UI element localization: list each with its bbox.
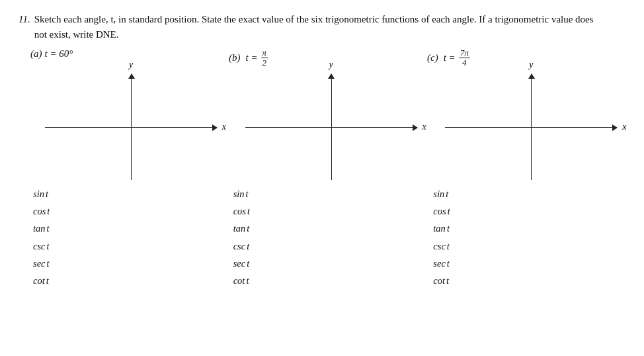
instruction-text: Sketch each angle, t, in standard positi… bbox=[34, 12, 603, 43]
y-axis-a bbox=[131, 74, 132, 180]
x-arrow-b bbox=[413, 124, 418, 131]
trig-csc-b: csc t bbox=[233, 239, 250, 254]
trig-functions-c: sin t cos t tan t csc t sec t cot t bbox=[433, 187, 450, 289]
trig-sec-b: sec t bbox=[233, 256, 250, 271]
part-b-denom: 2 bbox=[261, 58, 268, 67]
trig-csc-c: csc t bbox=[433, 239, 450, 254]
trig-cot-c: cot t bbox=[433, 273, 450, 289]
y-label-a: y bbox=[129, 60, 133, 70]
graph-b: x y bbox=[245, 74, 417, 180]
part-b-fraction: π 2 bbox=[261, 48, 268, 68]
trig-tan-c: tan t bbox=[433, 221, 450, 236]
part-c-denom: 4 bbox=[461, 58, 468, 67]
x-label-a: x bbox=[222, 122, 226, 132]
graph-section-a: x y sin t cos t tan t csc t sec t cot t bbox=[25, 74, 225, 289]
trig-sin-b: sin t bbox=[233, 187, 250, 202]
part-c-equation-prefix: t = bbox=[444, 52, 456, 64]
y-axis-b bbox=[331, 74, 332, 180]
part-a-label: (a) bbox=[30, 48, 42, 60]
graph-section-b: x y sin t cos t tan t csc t sec t cot t bbox=[225, 74, 426, 289]
trig-functions-b: sin t cos t tan t csc t sec t cot t bbox=[233, 187, 250, 289]
trig-cos-a: cos t bbox=[33, 204, 50, 219]
part-a-header: (a) t = 60° bbox=[30, 48, 229, 60]
part-b-header: (b) t = π 2 bbox=[229, 48, 427, 68]
y-arrow-c bbox=[528, 73, 535, 79]
y-label-b: y bbox=[329, 60, 333, 70]
x-arrow-c bbox=[612, 124, 618, 131]
part-b-numer: π bbox=[261, 48, 268, 58]
part-c-numer: 7π bbox=[459, 48, 470, 58]
y-label-c: y bbox=[529, 60, 533, 70]
trig-functions-a: sin t cos t tan t csc t sec t cot t bbox=[33, 187, 50, 289]
y-axis-c bbox=[531, 74, 532, 180]
trig-cot-a: cot t bbox=[33, 273, 50, 289]
graph-c: x y bbox=[445, 74, 617, 180]
trig-tan-b: tan t bbox=[233, 221, 250, 236]
trig-cot-b: cot t bbox=[233, 273, 250, 289]
problem-number: 11. bbox=[19, 12, 30, 43]
y-arrow-a bbox=[128, 73, 135, 79]
trig-sin-a: sin t bbox=[33, 187, 50, 202]
trig-sin-c: sin t bbox=[433, 187, 450, 202]
graph-section-c: x y sin t cos t tan t csc t sec t cot t bbox=[425, 74, 625, 289]
part-a-equation: t = 60° bbox=[45, 48, 73, 60]
x-label-c: x bbox=[622, 122, 626, 132]
trig-csc-a: csc t bbox=[33, 239, 50, 254]
graphs-row: x y sin t cos t tan t csc t sec t cot t … bbox=[25, 74, 625, 289]
part-b-label: (b) bbox=[229, 52, 241, 64]
x-arrow-a bbox=[212, 124, 218, 131]
part-c-label: (c) bbox=[427, 52, 438, 64]
part-c-fraction: 7π 4 bbox=[459, 48, 470, 68]
parts-row: (a) t = 60° (b) t = π 2 (c) t = 7π 4 bbox=[30, 48, 625, 68]
part-c-header: (c) t = 7π 4 bbox=[427, 48, 625, 68]
trig-sec-a: sec t bbox=[33, 256, 50, 271]
y-arrow-b bbox=[328, 73, 335, 79]
trig-tan-a: tan t bbox=[33, 221, 50, 236]
problem-line: 11. Sketch each angle, t, in standard po… bbox=[19, 12, 625, 43]
x-label-b: x bbox=[422, 122, 426, 132]
trig-sec-c: sec t bbox=[433, 256, 450, 271]
trig-cos-c: cos t bbox=[433, 204, 450, 219]
trig-cos-b: cos t bbox=[233, 204, 250, 219]
problem-header: 11. Sketch each angle, t, in standard po… bbox=[19, 12, 625, 43]
graph-a: x y bbox=[45, 74, 217, 180]
part-b-equation-prefix: t = bbox=[246, 52, 258, 64]
